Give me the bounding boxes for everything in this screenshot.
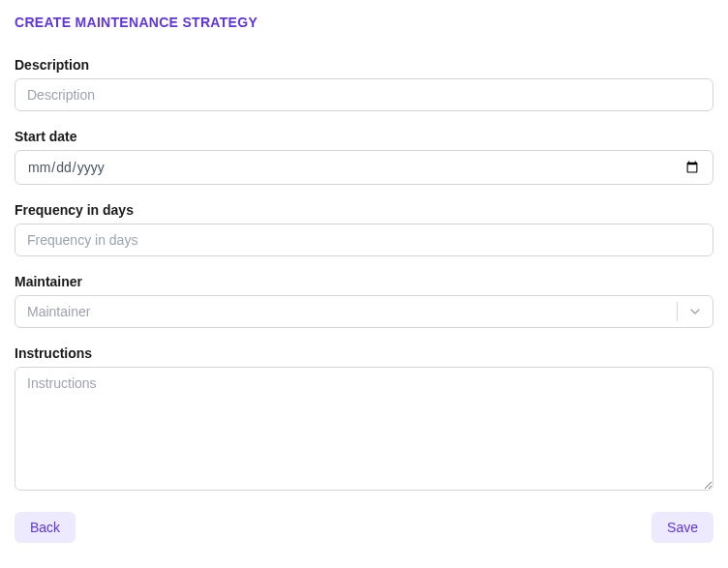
maintainer-label: Maintainer	[15, 274, 713, 289]
button-row: Back Save	[15, 512, 713, 543]
page-title: CREATE MAINTENANCE STRATEGY	[15, 15, 713, 30]
instructions-label: Instructions	[15, 345, 713, 361]
start-date-label: Start date	[15, 129, 713, 144]
maintainer-select[interactable]: Maintainer	[15, 295, 713, 328]
instructions-group: Instructions	[15, 345, 713, 494]
instructions-textarea[interactable]	[15, 367, 713, 491]
description-label: Description	[15, 57, 713, 73]
save-button[interactable]: Save	[652, 512, 713, 543]
frequency-input[interactable]	[15, 224, 713, 256]
start-date-group: Start date	[15, 129, 713, 185]
maintainer-group: Maintainer Maintainer	[15, 274, 713, 328]
start-date-input[interactable]	[15, 150, 713, 185]
chevron-down-icon	[678, 296, 713, 327]
frequency-label: Frequency in days	[15, 202, 713, 218]
date-input-wrapper	[15, 150, 713, 185]
description-input[interactable]	[15, 78, 713, 111]
description-group: Description	[15, 57, 713, 111]
frequency-group: Frequency in days	[15, 202, 713, 256]
back-button[interactable]: Back	[15, 512, 76, 543]
maintainer-placeholder: Maintainer	[15, 296, 677, 327]
